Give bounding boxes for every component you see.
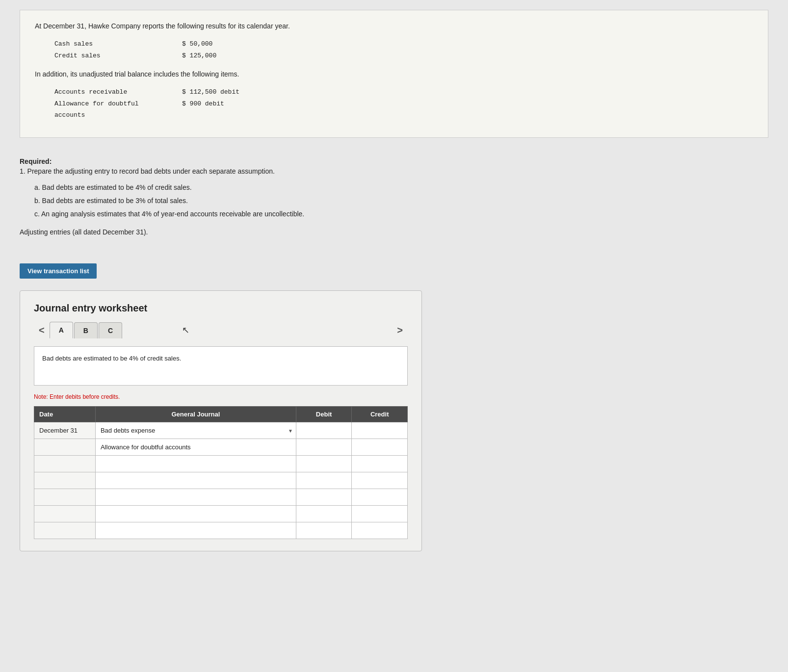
row7-date: [34, 522, 96, 539]
intro-section: At December 31, Hawke Company reports th…: [20, 10, 768, 138]
credit-sales-value: $ 125,000: [182, 50, 216, 61]
general-journal-header: General Journal: [95, 407, 296, 422]
sales-table: Cash sales $ 50,000 Credit sales $ 125,0…: [54, 38, 753, 61]
worksheet-title: Journal entry worksheet: [34, 303, 408, 314]
table-row: Allowance for doubtful accounts: [34, 439, 408, 456]
tab-b[interactable]: B: [74, 322, 98, 338]
row1-credit[interactable]: [352, 422, 408, 439]
table-row: [34, 472, 408, 489]
credit-sales-label: Credit sales: [54, 50, 162, 61]
row3-debit[interactable]: [296, 456, 352, 472]
balances-table: Accounts receivable $ 112,500 debit Allo…: [54, 86, 753, 121]
tab-c[interactable]: C: [99, 322, 122, 338]
in-addition-text: In addition, its unadjusted trial balanc…: [35, 68, 753, 80]
journal-table: Date General Journal Debit Credit Decemb…: [34, 406, 408, 539]
adjusting-entries-label: Adjusting entries (all dated December 31…: [20, 228, 768, 236]
row1-date: December 31: [34, 422, 96, 439]
table-row: [34, 489, 408, 506]
row2-debit[interactable]: [296, 439, 352, 456]
tab-a[interactable]: A: [50, 322, 73, 338]
row6-debit[interactable]: [296, 506, 352, 522]
description-box: Bad debts are estimated to be 4% of cred…: [34, 346, 408, 386]
row6-credit[interactable]: [352, 506, 408, 522]
row4-journal[interactable]: [95, 472, 296, 489]
table-header-row: Date General Journal Debit Credit: [34, 407, 408, 422]
credit-sales-row: Credit sales $ 125,000: [54, 50, 753, 61]
tab-nav-right-button[interactable]: >: [392, 323, 408, 338]
row3-credit[interactable]: [352, 456, 408, 472]
date-header: Date: [34, 407, 96, 422]
assumptions-list: a. Bad debts are estimated to be 4% of c…: [34, 181, 768, 220]
row5-journal[interactable]: [95, 489, 296, 506]
ar-label: Accounts receivable: [54, 86, 162, 98]
row7-credit[interactable]: [352, 522, 408, 539]
dropdown-icon[interactable]: ▼: [288, 428, 293, 433]
table-row: December 31 Bad debts expense ▼: [34, 422, 408, 439]
assumption-b: b. Bad debts are estimated to be 3% of t…: [34, 194, 768, 207]
description-text: Bad debts are estimated to be 4% of cred…: [42, 355, 181, 362]
row5-credit[interactable]: [352, 489, 408, 506]
row4-debit[interactable]: [296, 472, 352, 489]
row5-date: [34, 489, 96, 506]
debit-header: Debit: [296, 407, 352, 422]
row2-journal[interactable]: Allowance for doubtful accounts: [95, 439, 296, 456]
journal-entry-worksheet: Journal entry worksheet < A B C ↖ > Bad …: [20, 290, 422, 551]
cursor-icon: ↖: [182, 325, 189, 336]
tabs-row: < A B C ↖ >: [34, 322, 408, 338]
row6-journal[interactable]: [95, 506, 296, 522]
table-row: [34, 456, 408, 472]
cash-sales-label: Cash sales: [54, 38, 162, 50]
page-container: At December 31, Hawke Company reports th…: [0, 0, 788, 672]
row4-credit[interactable]: [352, 472, 408, 489]
allowance-row: Allowance for doubtful accounts $ 900 de…: [54, 98, 753, 121]
opening-text: At December 31, Hawke Company reports th…: [35, 20, 753, 32]
row7-debit[interactable]: [296, 522, 352, 539]
row1-debit[interactable]: [296, 422, 352, 439]
row3-date: [34, 456, 96, 472]
credit-header: Credit: [352, 407, 408, 422]
cash-sales-row: Cash sales $ 50,000: [54, 38, 753, 50]
cash-sales-value: $ 50,000: [182, 38, 212, 50]
ar-value: $ 112,500 debit: [182, 86, 239, 98]
required-subtitle: 1. Prepare the adjusting entry to record…: [20, 167, 768, 175]
table-row: [34, 506, 408, 522]
ar-row: Accounts receivable $ 112,500 debit: [54, 86, 753, 98]
row4-date: [34, 472, 96, 489]
required-title: Required:: [20, 157, 768, 165]
row7-journal[interactable]: [95, 522, 296, 539]
row1-journal[interactable]: Bad debts expense ▼: [95, 422, 296, 439]
row5-debit[interactable]: [296, 489, 352, 506]
tab-nav-left-button[interactable]: <: [34, 323, 50, 338]
allowance-value: $ 900 debit: [182, 98, 224, 121]
note-text: Note: Enter debits before credits.: [34, 393, 408, 400]
assumption-a: a. Bad debts are estimated to be 4% of c…: [34, 181, 768, 194]
required-section: Required: 1. Prepare the adjusting entry…: [20, 148, 768, 256]
view-transaction-list-button[interactable]: View transaction list: [20, 263, 97, 279]
row2-date: [34, 439, 96, 456]
table-row: [34, 522, 408, 539]
row3-journal[interactable]: [95, 456, 296, 472]
row2-credit[interactable]: [352, 439, 408, 456]
row6-date: [34, 506, 96, 522]
allowance-label: Allowance for doubtful accounts: [54, 98, 162, 121]
assumption-c: c. An aging analysis estimates that 4% o…: [34, 207, 768, 221]
